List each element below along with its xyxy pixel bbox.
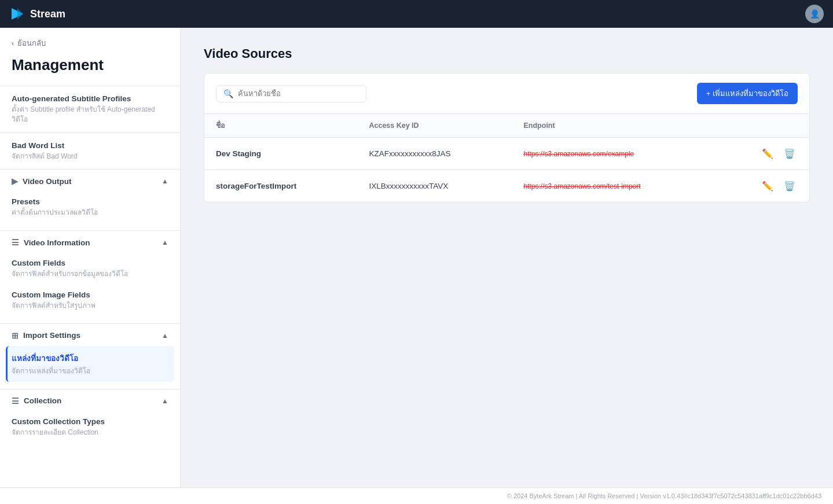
edit-button-1[interactable]: ✏️ — [759, 178, 776, 194]
sidebar-item-bad-word-title: Bad Word List — [12, 141, 168, 150]
section-video-information-items: Custom Fields จัดการฟิลด์สำหรับกรอกข้อมู… — [12, 247, 168, 317]
section-collection-header[interactable]: ☰ Collection ▲ — [12, 396, 168, 406]
page-title: Video Sources — [204, 46, 810, 61]
collection-icon: ☰ — [12, 396, 19, 406]
sidebar-title: Management — [0, 54, 180, 86]
search-input[interactable] — [238, 89, 359, 98]
user-avatar[interactable]: 👤 — [805, 5, 824, 23]
delete-button-0[interactable]: 🗑️ — [781, 146, 798, 161]
actions-group-0: ✏️ 🗑️ — [731, 146, 798, 161]
video-output-icon: ▶ — [12, 176, 18, 186]
table-body: Dev Staging KZAFxxxxxxxxxxx8JAS https://… — [204, 138, 809, 203]
cell-actions-1: ✏️ 🗑️ — [719, 170, 809, 203]
custom-image-fields-title: Custom Image Fields — [12, 290, 168, 299]
search-box[interactable]: 🔍 — [216, 85, 366, 102]
card-toolbar: 🔍 + เพิ่มแหล่งที่มาของวิดีโอ — [204, 73, 809, 113]
video-sources-table: ชื่อ Access Key ID Endpoint Dev Staging … — [204, 114, 809, 202]
back-arrow-icon: ‹ — [12, 39, 14, 47]
endpoint-value-0: https://s3.amazonaws.com/example — [524, 150, 634, 158]
sidebar-item-bad-word-desc: จัดการลิสต์ Bad Word — [12, 152, 168, 161]
video-information-icon: ☰ — [12, 238, 19, 247]
cell-name-1: storageForTestImport — [204, 170, 357, 203]
section-collection: ☰ Collection ▲ Custom Collection Types จ… — [0, 389, 180, 450]
app-logo — [9, 6, 25, 22]
custom-collection-types-title: Custom Collection Types — [12, 417, 168, 426]
section-import-settings: ⊞ Import Settings ▲ แหล่งที่มาของวิดีโอ … — [0, 323, 180, 389]
custom-fields-desc: จัดการฟิลด์สำหรับกรอกข้อมูลของวิดีโอ — [12, 269, 168, 279]
sidebar-item-auto-subtitle-title: Auto-generated Subtitle Profiles — [12, 94, 168, 103]
chevron-up-icon-2: ▲ — [162, 238, 168, 247]
custom-fields-title: Custom Fields — [12, 259, 168, 267]
add-video-source-label: + เพิ่มแหล่งที่มาของวิดีโอ — [706, 87, 788, 100]
footer-text: © 2024 ByteArk Stream | All Rights Reser… — [507, 492, 821, 499]
main-content: Video Sources 🔍 + เพิ่มแหล่งที่มาของวิดี… — [181, 28, 833, 487]
custom-collection-types-desc: จัดการรายละเอียด Collection — [12, 428, 168, 437]
endpoint-value-1: https://s3.amazonaws.com/test-import — [524, 182, 641, 190]
avatar-icon: 👤 — [810, 9, 820, 19]
video-sources-title: แหล่งที่มาของวิดีโอ — [12, 352, 168, 365]
sidebar-item-bad-word[interactable]: Bad Word List จัดการลิสต์ Bad Word — [0, 133, 180, 170]
video-sources-card: 🔍 + เพิ่มแหล่งที่มาของวิดีโอ ชื่อ Access… — [204, 73, 810, 203]
presets-title: Presets — [12, 197, 168, 206]
chevron-up-icon: ▲ — [162, 177, 168, 185]
chevron-up-icon-4: ▲ — [162, 397, 168, 405]
sidebar-item-custom-fields[interactable]: Custom Fields จัดการฟิลด์สำหรับกรอกข้อมู… — [12, 253, 168, 285]
add-video-source-button[interactable]: + เพิ่มแหล่งที่มาของวิดีโอ — [697, 83, 798, 104]
main-layout: ‹ ย้อนกลับ Management Auto-generated Sub… — [0, 28, 833, 487]
presets-desc: ค่าตั้งต้นการประมวลผลวิดีโอ — [12, 208, 168, 218]
col-name: ชื่อ — [204, 114, 357, 138]
section-video-information-title: ☰ Video Information — [12, 238, 90, 247]
sidebar-item-custom-image-fields[interactable]: Custom Image Fields จัดการฟิลด์สำหรับใส่… — [12, 285, 168, 317]
delete-button-1[interactable]: 🗑️ — [781, 178, 798, 194]
app-name: Stream — [30, 8, 65, 20]
col-actions — [719, 114, 809, 138]
section-import-settings-title: ⊞ Import Settings — [12, 331, 80, 340]
col-access-key: Access Key ID — [357, 114, 512, 138]
sidebar: ‹ ย้อนกลับ Management Auto-generated Sub… — [0, 28, 181, 487]
cell-access-key-0: KZAFxxxxxxxxxxx8JAS — [357, 138, 512, 170]
sidebar-item-presets[interactable]: Presets ค่าตั้งต้นการประมวลผลวิดีโอ — [12, 192, 168, 223]
navbar: Stream 👤 — [0, 0, 833, 28]
section-video-output-header[interactable]: ▶ Video Output ▲ — [12, 176, 168, 186]
section-import-settings-header[interactable]: ⊞ Import Settings ▲ — [12, 331, 168, 340]
cell-name-0: Dev Staging — [204, 138, 357, 170]
cell-endpoint-0: https://s3.amazonaws.com/example — [512, 138, 719, 170]
sidebar-item-auto-subtitle[interactable]: Auto-generated Subtitle Profiles ตั้งค่า… — [0, 86, 180, 133]
custom-image-fields-desc: จัดการฟิลด์สำหรับใส่รูปภาพ — [12, 301, 168, 311]
video-sources-desc: จัดการแหล่งที่มาของวิดีโอ — [12, 366, 168, 376]
sidebar-item-custom-collection-types[interactable]: Custom Collection Types จัดการรายละเอียด… — [12, 411, 168, 443]
cell-access-key-1: IXLBxxxxxxxxxxxTAVX — [357, 170, 512, 203]
section-collection-title: ☰ Collection — [12, 396, 61, 406]
section-video-output-title: ▶ Video Output — [12, 176, 72, 186]
back-button[interactable]: ‹ ย้อนกลับ — [0, 28, 180, 54]
section-video-information-header[interactable]: ☰ Video Information ▲ — [12, 238, 168, 247]
cell-endpoint-1: https://s3.amazonaws.com/test-import — [512, 170, 719, 203]
back-label: ย้อนกลับ — [17, 37, 46, 49]
table-container: ชื่อ Access Key ID Endpoint Dev Staging … — [204, 113, 809, 202]
search-icon: 🔍 — [223, 89, 233, 98]
col-endpoint: Endpoint — [512, 114, 719, 138]
svg-marker-1 — [17, 8, 23, 20]
sidebar-item-video-sources[interactable]: แหล่งที่มาของวิดีโอ จัดการแหล่งที่มาของว… — [6, 346, 174, 382]
chevron-up-icon-3: ▲ — [162, 332, 168, 340]
cell-actions-0: ✏️ 🗑️ — [719, 138, 809, 170]
section-video-information: ☰ Video Information ▲ Custom Fields จัดก… — [0, 230, 180, 323]
edit-button-0[interactable]: ✏️ — [759, 146, 776, 161]
section-collection-items: Custom Collection Types จัดการรายละเอียด… — [12, 406, 168, 443]
section-import-settings-items: แหล่งที่มาของวิดีโอ จัดการแหล่งที่มาของว… — [12, 340, 168, 382]
sidebar-item-auto-subtitle-desc: ตั้งค่า Subtitle profile สำหรับใช้ Auto-… — [12, 105, 168, 124]
table-row: storageForTestImport IXLBxxxxxxxxxxxTAVX… — [204, 170, 809, 203]
actions-group-1: ✏️ 🗑️ — [731, 178, 798, 194]
footer: © 2024 ByteArk Stream | All Rights Reser… — [0, 487, 833, 504]
section-video-output-items: Presets ค่าตั้งต้นการประมวลผลวิดีโอ — [12, 186, 168, 223]
brand: Stream — [9, 6, 65, 22]
table-header: ชื่อ Access Key ID Endpoint — [204, 114, 809, 138]
import-settings-icon: ⊞ — [12, 331, 19, 340]
table-row: Dev Staging KZAFxxxxxxxxxxx8JAS https://… — [204, 138, 809, 170]
section-video-output: ▶ Video Output ▲ Presets ค่าตั้งต้นการปร… — [0, 169, 180, 230]
